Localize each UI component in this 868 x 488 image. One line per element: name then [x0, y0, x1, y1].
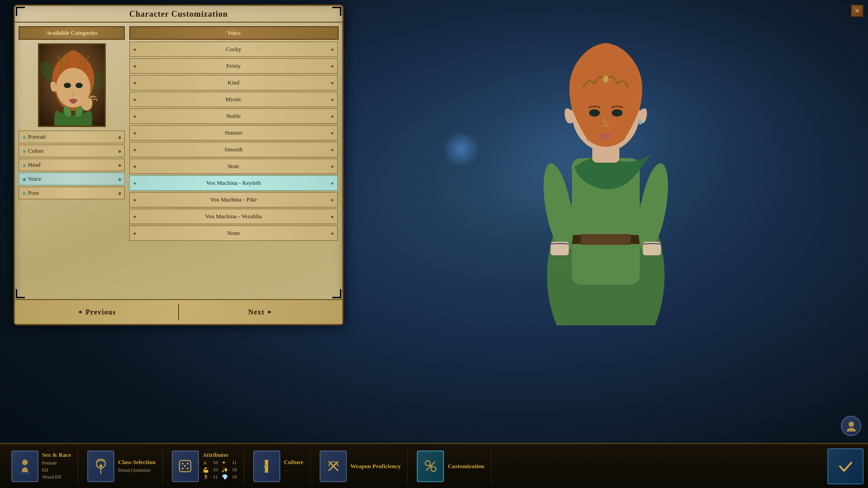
confirm-button[interactable] — [827, 448, 863, 484]
svg-rect-36 — [265, 472, 269, 473]
close-button[interactable]: ✕ — [851, 5, 863, 17]
voice-header: Voice — [129, 26, 339, 40]
svg-line-39 — [330, 461, 333, 463]
voice-option-mystic[interactable]: Mystic — [129, 92, 338, 107]
voice-option-stoic[interactable]: Stoic — [129, 159, 338, 174]
previous-button[interactable]: Previous — [15, 300, 178, 324]
weapon-prof-icon — [320, 450, 347, 482]
svg-line-40 — [329, 463, 330, 466]
voice-option-none[interactable]: None — [129, 225, 338, 241]
svg-point-12 — [638, 119, 642, 125]
voice-option-noble[interactable]: Noble — [129, 108, 338, 124]
profile-icon[interactable] — [841, 416, 861, 436]
svg-point-32 — [182, 468, 184, 469]
category-pose[interactable]: ◆ Pose ◆ — [19, 187, 125, 199]
svg-point-27 — [99, 465, 102, 467]
culture-text: Culture — — [284, 459, 303, 474]
status-culture[interactable]: Culture — — [246, 448, 311, 484]
sex-race-icon — [11, 450, 38, 482]
svg-point-1 — [443, 131, 479, 167]
customization-icon — [417, 450, 444, 482]
svg-point-33 — [187, 468, 189, 469]
svg-point-13 — [603, 75, 609, 83]
voice-option-vox-vexahlia[interactable]: Vox Machina - Vexahlia — [129, 209, 338, 224]
sex-race-text: Sex & Race Female Elf Wood Elf — [42, 451, 71, 480]
svg-point-29 — [182, 463, 184, 465]
right-panel: Voice Cocky Feisty Kind Mystic Noble Sin… — [129, 26, 339, 301]
svg-point-21 — [75, 83, 83, 88]
status-class[interactable]: Class Selection Druid (Animist) — [80, 448, 163, 484]
character-3d-view — [335, 0, 868, 325]
svg-point-20 — [64, 83, 71, 88]
voice-option-kind[interactable]: Kind — [129, 75, 338, 90]
voice-option-sinister[interactable]: Sinister — [129, 125, 338, 141]
svg-line-42 — [333, 461, 336, 463]
voice-option-feisty[interactable]: Feisty — [129, 58, 338, 74]
svg-rect-34 — [265, 460, 269, 461]
dialog-title: Character Customization — [15, 6, 342, 23]
next-button[interactable]: Next — [179, 300, 342, 324]
bottom-nav: Previous Next — [15, 299, 342, 324]
portrait-container — [38, 43, 106, 127]
left-panel: Available Categories — [19, 26, 125, 301]
voice-option-vox-keyleth[interactable]: Vox Machina - Keyleth — [129, 175, 338, 191]
svg-point-24 — [849, 422, 854, 427]
status-weapon-prof[interactable]: Weapon Proficiency — [313, 448, 408, 484]
voice-options-list: Cocky Feisty Kind Mystic Noble Sinister … — [129, 42, 339, 241]
voice-option-cocky[interactable]: Cocky — [129, 42, 338, 57]
attributes-text: Attributes ⚔10 ✦11 💪10 ✨18 🏃11 💎18 — [203, 451, 237, 481]
svg-line-41 — [336, 463, 338, 466]
status-attributes[interactable]: Attributes ⚔10 ✦11 💪10 ✨18 🏃11 💎18 — [165, 448, 244, 484]
dialog-panel: Character Customization Available Catego… — [14, 5, 344, 325]
svg-point-25 — [22, 460, 27, 465]
category-head[interactable]: ◆ Head ◆ — [19, 159, 125, 171]
culture-icon — [253, 450, 280, 482]
category-colors[interactable]: ◆ Colors ◆ — [19, 145, 125, 157]
categories-header: Available Categories — [19, 26, 125, 40]
status-bar: Sex & Race Female Elf Wood Elf Class Sel… — [0, 443, 868, 488]
voice-option-vox-pike[interactable]: Vox Machina - Pike — [129, 192, 338, 207]
svg-point-31 — [184, 465, 186, 467]
customization-text: Customization — [448, 463, 484, 470]
weapon-prof-text: Weapon Proficiency — [350, 463, 401, 470]
category-portrait[interactable]: ◆ Portrait ◆ — [19, 131, 125, 143]
svg-point-10 — [589, 109, 600, 117]
svg-point-11 — [612, 109, 623, 117]
class-text: Class Selection Druid (Animist) — [118, 459, 156, 474]
status-sex-race[interactable]: Sex & Race Female Elf Wood Elf — [5, 448, 78, 484]
svg-point-30 — [187, 463, 189, 465]
category-voice[interactable]: ◆ Voice ◆ — [19, 173, 125, 185]
attributes-icon — [172, 450, 199, 482]
class-icon — [87, 450, 114, 482]
voice-option-smooth[interactable]: Smooth — [129, 142, 338, 157]
svg-rect-5 — [581, 234, 631, 245]
status-customization[interactable]: Customization — [410, 448, 491, 484]
